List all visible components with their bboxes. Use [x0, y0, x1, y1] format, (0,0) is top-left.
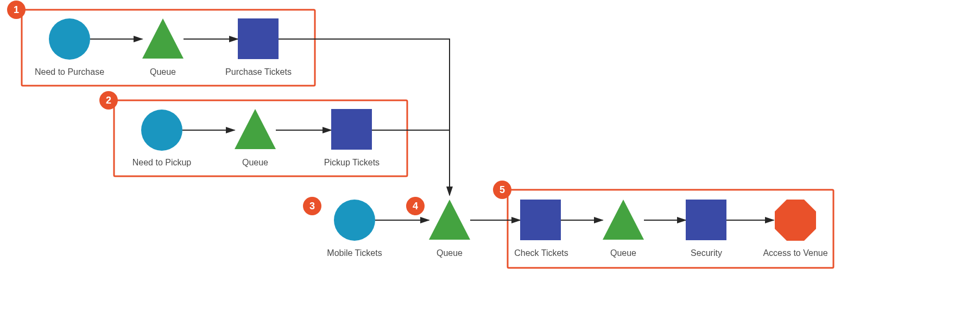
end-node-access-label: Access to Venue — [763, 248, 827, 258]
queue-node-1 — [142, 18, 184, 59]
badge-4: 4 — [406, 197, 425, 215]
process-flow-diagram: 1 Need to Purchase Queue Purchase Ticket… — [0, 0, 980, 321]
activity-security — [686, 200, 726, 240]
queue-node-4 — [429, 200, 470, 240]
badge-4-label: 4 — [413, 201, 418, 211]
activity-security-label: Security — [691, 248, 722, 258]
start-node-pickup — [141, 110, 182, 151]
queue-node-4-label: Queue — [437, 248, 463, 258]
end-node-access — [775, 200, 816, 241]
activity-purchase-tickets-label: Purchase Tickets — [225, 67, 292, 76]
activity-pickup-tickets-label: Pickup Tickets — [324, 158, 380, 167]
queue-node-5 — [603, 200, 644, 240]
badge-3: 3 — [303, 197, 321, 215]
badge-1: 1 — [7, 1, 26, 19]
start-node-mobile-label: Mobile Tickets — [327, 248, 382, 258]
activity-purchase-tickets — [238, 18, 279, 59]
badge-3-label: 3 — [309, 201, 315, 211]
start-node-purchase — [49, 18, 90, 60]
queue-node-2 — [235, 109, 276, 149]
badge-1-label: 1 — [14, 4, 19, 15]
start-node-mobile — [334, 200, 375, 241]
activity-check-tickets-label: Check Tickets — [514, 248, 568, 258]
badge-2: 2 — [99, 91, 118, 110]
start-node-pickup-label: Need to Pickup — [132, 158, 192, 167]
queue-node-2-label: Queue — [242, 158, 268, 167]
queue-node-5-label: Queue — [610, 248, 636, 258]
activity-check-tickets — [520, 200, 561, 240]
queue-node-1-label: Queue — [150, 67, 176, 76]
start-node-purchase-label: Need to Purchase — [35, 67, 104, 76]
activity-pickup-tickets — [331, 109, 372, 150]
badge-2-label: 2 — [106, 95, 111, 106]
badge-5: 5 — [493, 181, 511, 199]
badge-5-label: 5 — [500, 184, 505, 195]
